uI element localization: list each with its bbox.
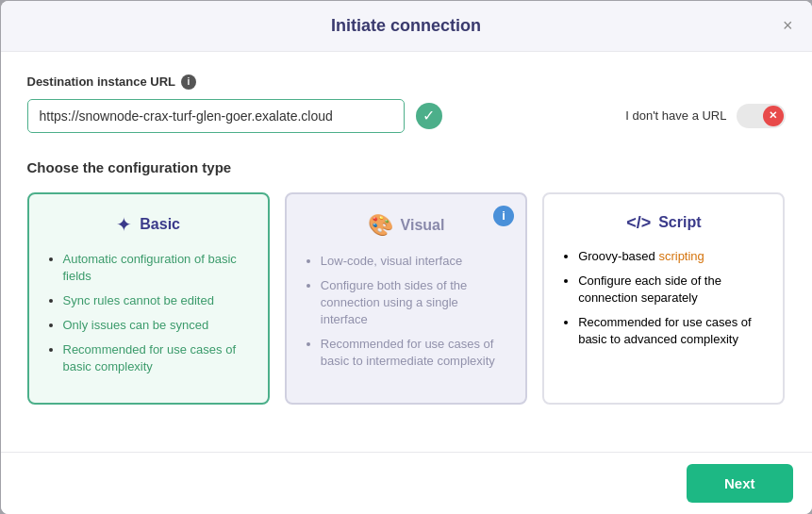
basic-bullet-4: Recommended for use cases of basic compl…	[63, 341, 251, 375]
card-visual[interactable]: i 🎨 Visual Low-code, visual interface Co…	[285, 192, 527, 405]
url-toggle-area: I don't have a URL ✕	[625, 104, 785, 128]
modal-dialog: Initiate connection × Destination instan…	[1, 1, 812, 514]
card-script[interactable]: </> Script Groovy-based scripting Config…	[542, 192, 785, 405]
config-section-title: Choose the configuration type	[27, 159, 786, 175]
card-basic[interactable]: ✦ Basic Automatic configuration of basic…	[27, 192, 270, 405]
url-input[interactable]	[27, 99, 405, 133]
modal-header: Initiate connection ×	[1, 1, 812, 52]
card-basic-list: Automatic configuration of basic fields …	[46, 251, 251, 376]
url-toggle[interactable]: ✕	[737, 104, 786, 128]
visual-bullet-1: Low-code, visual interface	[321, 253, 508, 270]
url-info-icon[interactable]: i	[181, 75, 196, 90]
modal-overlay: Initiate connection × Destination instan…	[0, 0, 812, 514]
card-basic-header: ✦ Basic	[46, 213, 251, 236]
cards-row: ✦ Basic Automatic configuration of basic…	[27, 192, 786, 405]
basic-bullet-1: Automatic configuration of basic fields	[63, 251, 251, 285]
next-button[interactable]: Next	[687, 464, 793, 503]
url-valid-icon: ✓	[416, 103, 442, 129]
visual-bullet-3: Recommended for use cases of basic to in…	[321, 336, 508, 370]
basic-bullet-2: Sync rules cannot be edited	[63, 292, 251, 309]
toggle-thumb: ✕	[763, 106, 784, 126]
toggle-label: I don't have a URL	[625, 108, 726, 123]
card-script-title: Script	[658, 214, 701, 231]
card-visual-header: 🎨 Visual	[304, 213, 508, 238]
modal-body: Destination instance URL i ✓ I don't hav…	[1, 52, 812, 452]
script-bullet-2: Configure each side of the connection se…	[578, 273, 766, 307]
modal-footer: Next	[1, 452, 812, 514]
script-icon: </>	[626, 213, 651, 233]
card-visual-title: Visual	[401, 217, 445, 234]
visual-bullet-2: Configure both sides of the connection u…	[321, 277, 508, 329]
visual-info-badge[interactable]: i	[493, 206, 514, 226]
card-visual-list: Low-code, visual interface Configure bot…	[304, 253, 508, 371]
basic-icon: ✦	[116, 213, 132, 236]
basic-bullet-3: Only issues can be synced	[63, 317, 251, 334]
script-bullet-1: Groovy-based scripting	[578, 248, 766, 265]
card-script-list: Groovy-based scripting Configure each si…	[561, 248, 766, 349]
card-basic-title: Basic	[140, 216, 180, 233]
card-script-header: </> Script	[561, 213, 766, 233]
modal-title: Initiate connection	[331, 16, 481, 36]
visual-icon: 🎨	[368, 213, 393, 238]
close-button[interactable]: ×	[783, 17, 793, 34]
url-field-label: Destination instance URL i	[27, 75, 786, 90]
script-bullet-3: Recommended for use cases of basic to ad…	[578, 314, 766, 348]
url-row: ✓ I don't have a URL ✕	[27, 99, 786, 133]
toggle-slider: ✕	[737, 104, 786, 128]
